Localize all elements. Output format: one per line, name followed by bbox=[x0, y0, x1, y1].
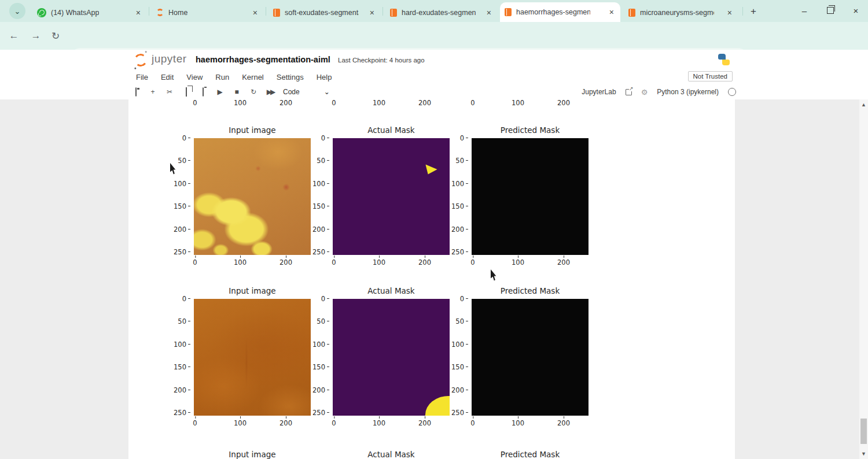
scroll-up-icon[interactable]: ▲ bbox=[859, 101, 868, 109]
restart-kernel-button[interactable]: ↻ bbox=[249, 88, 258, 96]
copy-cell-button[interactable] bbox=[182, 88, 190, 96]
plot-title: Input image bbox=[194, 450, 311, 459]
tab-label: soft-exudates-segmentatio bbox=[285, 9, 359, 17]
close-icon: × bbox=[854, 6, 859, 16]
actual-mask-image bbox=[333, 299, 450, 416]
tab-separator bbox=[742, 7, 743, 16]
tab-label: hard-exudates-segmentati bbox=[402, 9, 476, 17]
scroll-down-icon[interactable]: ▼ bbox=[859, 450, 868, 458]
menu-kernel[interactable]: Kernel bbox=[242, 73, 264, 82]
save-button[interactable] bbox=[132, 88, 140, 96]
tab-label: Home bbox=[168, 9, 187, 17]
mask-lesion-region bbox=[425, 396, 450, 416]
tab-search-button[interactable]: ⌄ bbox=[9, 3, 25, 19]
y-axis-ticks: 0 50 100 150 200 250 bbox=[448, 138, 468, 255]
x-axis-ticks: 0 100 200 bbox=[194, 419, 311, 427]
insert-cell-button[interactable]: + bbox=[149, 88, 157, 96]
vertical-scrollbar[interactable]: ▲ ▼ bbox=[859, 99, 868, 459]
menu-edit[interactable]: Edit bbox=[161, 73, 174, 82]
plot-title: Actual Mask bbox=[333, 286, 450, 295]
tab-label: haemorrhages-segmentati bbox=[516, 8, 590, 16]
jupyter-logo-icon bbox=[133, 53, 148, 67]
menu-settings[interactable]: Settings bbox=[277, 73, 304, 82]
jupyter-favicon bbox=[156, 9, 164, 16]
plot-title: Predicted Mask bbox=[472, 125, 589, 135]
cut-cell-button[interactable]: ✂ bbox=[165, 88, 174, 96]
y-axis-ticks: 0 50 100 150 200 250 bbox=[310, 299, 329, 416]
x-axis-ticks-partial: 0 100 200 bbox=[333, 99, 450, 107]
trust-status-badge[interactable]: Not Trusted bbox=[688, 71, 733, 82]
plot-title: Predicted Mask bbox=[472, 450, 589, 459]
mask-lesion-region bbox=[425, 164, 437, 175]
menu-view[interactable]: View bbox=[186, 73, 203, 82]
window-minimize-button[interactable]: – bbox=[792, 0, 816, 21]
notebook-scroll-area: 0 100 200 0 100 200 0 100 200 Input imag… bbox=[0, 99, 868, 459]
menu-run[interactable]: Run bbox=[215, 73, 229, 82]
window-maximize-button[interactable] bbox=[818, 0, 843, 21]
tab-separator bbox=[266, 7, 266, 16]
whatsapp-icon bbox=[37, 8, 46, 17]
menu-file[interactable]: File bbox=[136, 73, 148, 82]
maximize-icon bbox=[827, 7, 834, 14]
tab-close-button[interactable]: × bbox=[251, 8, 259, 17]
jupyterlab-link[interactable]: JupyterLab bbox=[582, 88, 616, 96]
save-icon bbox=[135, 87, 137, 97]
tab-separator bbox=[382, 7, 383, 16]
back-button[interactable]: ← bbox=[7, 29, 21, 43]
notebook-title[interactable]: haemorrhages-segmentation-aiml bbox=[196, 55, 330, 64]
kernel-name[interactable]: Python 3 (ipykernel) bbox=[657, 88, 719, 96]
cell-type-dropdown[interactable]: Code ⌄ bbox=[283, 88, 330, 96]
tab-soft-exudates[interactable]: soft-exudates-segmentatio × bbox=[269, 3, 381, 22]
notebook-icon bbox=[390, 9, 397, 17]
kernel-status-icon bbox=[728, 88, 736, 96]
scrollbar-thumb[interactable] bbox=[860, 419, 867, 444]
minimize-icon: – bbox=[802, 6, 807, 16]
last-checkpoint-text: Last Checkpoint: 4 hours ago bbox=[338, 57, 425, 64]
tab-hard-exudates[interactable]: hard-exudates-segmentati × bbox=[385, 3, 498, 22]
gear-icon[interactable]: ⚙ bbox=[641, 88, 648, 97]
external-link-icon[interactable] bbox=[626, 89, 632, 95]
tab-haemorrhages-active[interactable]: haemorrhages-segmentati × bbox=[500, 2, 620, 22]
run-cell-button[interactable]: ▶ bbox=[216, 88, 224, 96]
browser-toolbar: ← → ↻ i localhost:8888/notebooks/haemorr… bbox=[0, 22, 868, 50]
tab-microaneurysms[interactable]: microaneurysms-segment × bbox=[624, 3, 738, 22]
tab-close-button[interactable]: × bbox=[726, 8, 734, 17]
input-image bbox=[194, 299, 311, 416]
forward-button[interactable]: → bbox=[29, 29, 43, 43]
tab-close-button[interactable]: × bbox=[608, 8, 616, 17]
python-logo-icon bbox=[718, 54, 730, 65]
tab-label: (14) WhatsApp bbox=[51, 9, 99, 17]
actual-mask-image bbox=[333, 138, 450, 255]
tab-close-button[interactable]: × bbox=[368, 8, 376, 17]
x-axis-ticks: 0 100 200 bbox=[333, 258, 450, 266]
browser-tab-strip: ⌄ (14) WhatsApp × Home × soft-exudates-s… bbox=[0, 0, 868, 22]
tab-home[interactable]: Home × bbox=[152, 3, 264, 22]
window-close-button[interactable]: × bbox=[844, 0, 868, 21]
stop-kernel-button[interactable]: ■ bbox=[233, 88, 241, 96]
x-axis-ticks: 0 100 200 bbox=[333, 419, 450, 427]
paste-cell-button[interactable] bbox=[199, 88, 207, 96]
x-axis-ticks: 0 100 200 bbox=[472, 258, 589, 266]
chevron-down-icon: ⌄ bbox=[14, 7, 21, 16]
input-image bbox=[194, 138, 311, 255]
notebook-icon bbox=[628, 9, 635, 17]
notebook-icon bbox=[505, 8, 512, 16]
chevron-down-icon: ⌄ bbox=[324, 88, 330, 96]
y-axis-ticks: 0 50 100 150 200 250 bbox=[171, 138, 190, 255]
tab-close-button[interactable]: × bbox=[485, 8, 493, 17]
jupyter-header: jupyter haemorrhages-segmentation-aiml L… bbox=[0, 50, 868, 70]
y-axis-ticks: 0 50 100 150 200 250 bbox=[448, 299, 468, 416]
x-axis-ticks: 0 100 200 bbox=[472, 419, 589, 427]
tab-close-button[interactable]: × bbox=[134, 8, 142, 17]
run-all-button[interactable]: ▶▶ bbox=[266, 88, 274, 96]
x-axis-ticks-partial: 0 100 200 bbox=[194, 99, 311, 107]
notebook-icon bbox=[273, 9, 280, 17]
menu-help[interactable]: Help bbox=[317, 73, 332, 82]
new-tab-button[interactable]: + bbox=[746, 5, 760, 18]
tab-label: microaneurysms-segment bbox=[640, 9, 714, 17]
predicted-mask-image bbox=[472, 138, 589, 255]
y-axis-ticks: 0 50 100 150 200 250 bbox=[171, 299, 190, 416]
tab-whatsapp[interactable]: (14) WhatsApp × bbox=[32, 3, 147, 22]
reload-button[interactable]: ↻ bbox=[49, 29, 62, 43]
plot-title: Actual Mask bbox=[333, 450, 450, 459]
